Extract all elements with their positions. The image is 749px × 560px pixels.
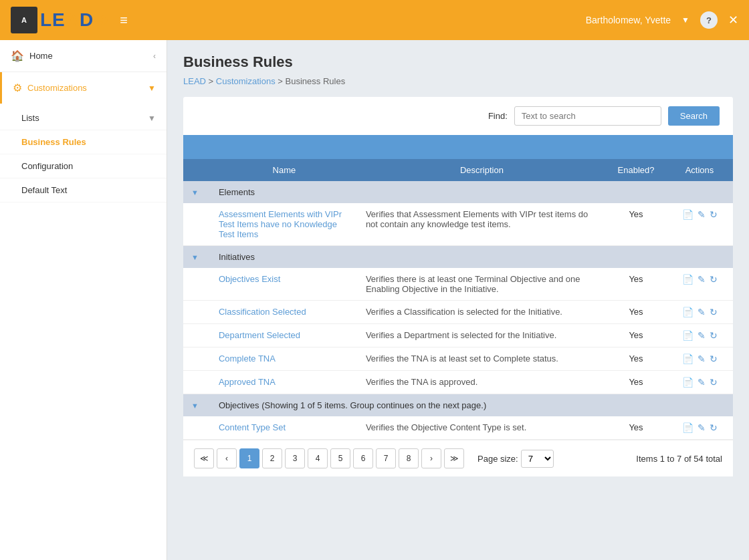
logo-text: LEAD➜ (40, 9, 109, 31)
group-name: Elements (211, 181, 733, 203)
row-actions: 📄 ✎ ↻ (666, 301, 733, 324)
user-name[interactable]: Bartholomew, Yvette (586, 15, 671, 25)
table-row: Complete TNA Verifies the TNA is at leas… (183, 347, 733, 371)
row-enabled: Yes (606, 371, 666, 394)
row-name[interactable]: Classification Selected (211, 301, 358, 324)
edit-icon[interactable]: ✎ (698, 354, 706, 364)
row-name[interactable]: Department Selected (211, 324, 358, 347)
reset-icon[interactable]: ↻ (710, 209, 718, 220)
breadcrumb-customizations[interactable]: Customizations (216, 76, 276, 86)
logo: A LEAD➜ (11, 7, 109, 33)
sidebar-item-configuration[interactable]: Configuration (0, 154, 167, 178)
page-prev-button[interactable]: ‹ (217, 448, 237, 468)
edit-icon[interactable]: ✎ (698, 330, 706, 341)
row-actions: 📄 ✎ ↻ (666, 324, 733, 347)
chevron-left-icon: ‹ (153, 51, 156, 61)
row-indent (183, 301, 211, 324)
edit-icon[interactable]: ✎ (698, 274, 706, 285)
reset-icon[interactable]: ↻ (710, 377, 718, 388)
view-icon[interactable]: 📄 (682, 377, 693, 388)
view-icon[interactable]: 📄 (682, 354, 693, 364)
page-3-button[interactable]: 3 (285, 448, 305, 468)
home-icon: 🏠 (11, 49, 24, 62)
search-button[interactable]: Search (668, 106, 720, 126)
group-arrow-icon[interactable]: ▼ (191, 402, 199, 410)
table-row: Assessment Elements with VIPr Test Items… (183, 203, 733, 246)
view-icon[interactable]: 📄 (682, 422, 693, 433)
search-input[interactable] (514, 106, 661, 126)
page-2-button[interactable]: 2 (262, 448, 282, 468)
col-enabled: Enabled? (606, 159, 666, 181)
reset-icon[interactable]: ↻ (710, 422, 718, 433)
row-description: Verifies the Objective Content Type is s… (358, 416, 606, 440)
sidebar-item-home[interactable]: 🏠 Home ‹ (0, 40, 167, 72)
group-arrow-icon[interactable]: ▼ (191, 188, 199, 196)
main-content: Business Rules LEAD > Customizations > B… (167, 40, 749, 560)
row-name[interactable]: Assessment Elements with VIPr Test Items… (211, 203, 358, 246)
edit-icon[interactable]: ✎ (698, 422, 706, 433)
table-row: Classification Selected Verifies a Class… (183, 301, 733, 324)
help-button[interactable]: ? (700, 11, 718, 29)
row-name[interactable]: Content Type Set (211, 416, 358, 440)
table-row: Content Type Set Verifies the Objective … (183, 416, 733, 440)
view-icon[interactable]: 📄 (682, 274, 693, 285)
edit-icon[interactable]: ✎ (698, 377, 706, 388)
business-rules-table: Name Description Enabled? Actions ▼ Elem… (183, 159, 733, 440)
view-icon[interactable]: 📄 (682, 209, 693, 220)
reset-icon[interactable]: ↻ (710, 274, 718, 285)
row-description: Verifies a Classification is selected fo… (358, 301, 606, 324)
page-last-button[interactable]: ≫ (444, 448, 464, 468)
col-name: Name (211, 159, 358, 181)
page-6-button[interactable]: 6 (353, 448, 373, 468)
breadcrumb-lead[interactable]: LEAD (183, 76, 206, 86)
search-bar: Find: Search (183, 97, 733, 135)
reset-icon[interactable]: ↻ (710, 330, 718, 341)
table-header-bar (183, 135, 733, 159)
row-enabled: Yes (606, 268, 666, 301)
row-indent (183, 203, 211, 246)
reset-icon[interactable]: ↻ (710, 307, 718, 317)
row-enabled: Yes (606, 416, 666, 440)
row-actions: 📄 ✎ ↻ (666, 268, 733, 301)
row-description: Verifies that Assessment Elements with V… (358, 203, 606, 246)
table-container: Name Description Enabled? Actions ▼ Elem… (183, 135, 733, 476)
row-actions: 📄 ✎ ↻ (666, 203, 733, 246)
edit-icon[interactable]: ✎ (698, 307, 706, 317)
page-4-button[interactable]: 4 (308, 448, 328, 468)
row-name[interactable]: Approved TNA (211, 371, 358, 394)
row-name[interactable]: Objectives Exist (211, 268, 358, 301)
row-indent (183, 268, 211, 301)
view-icon[interactable]: 📄 (682, 330, 693, 341)
page-5-button[interactable]: 5 (330, 448, 350, 468)
sidebar-item-lists[interactable]: Lists ▼ (0, 106, 167, 130)
group-arrow-icon[interactable]: ▼ (191, 253, 199, 261)
sidebar-item-default-text[interactable]: Default Text (0, 178, 167, 202)
row-name[interactable]: Complete TNA (211, 347, 358, 371)
hamburger-icon[interactable]: ≡ (120, 13, 128, 28)
user-dropdown-icon[interactable]: ▼ (681, 15, 689, 25)
header-right: Bartholomew, Yvette ▼ ? ✕ (586, 11, 738, 29)
sidebar: 🏠 Home ‹ ⚙ Customizations ▼ Lists ▼ Busi… (0, 40, 167, 560)
header: A LEAD➜ ≡ Bartholomew, Yvette ▼ ? ✕ (0, 0, 749, 40)
page-size-select[interactable]: 5 7 10 25 50 (521, 450, 554, 468)
row-enabled: Yes (606, 203, 666, 246)
page-1-button[interactable]: 1 (239, 448, 259, 468)
sidebar-item-customizations[interactable]: ⚙ Customizations ▼ (0, 72, 167, 104)
edit-icon[interactable]: ✎ (698, 209, 706, 220)
page-first-button[interactable]: ≪ (194, 448, 214, 468)
chevron-down-icon-lists: ▼ (148, 114, 156, 123)
reset-icon[interactable]: ↻ (710, 354, 718, 364)
find-label: Find: (488, 111, 508, 121)
row-indent (183, 371, 211, 394)
view-icon[interactable]: 📄 (682, 307, 693, 317)
close-icon[interactable]: ✕ (728, 13, 738, 27)
sidebar-item-business-rules[interactable]: Business Rules (0, 130, 167, 154)
page-8-button[interactable]: 8 (399, 448, 419, 468)
page-next-button[interactable]: › (421, 448, 441, 468)
page-7-button[interactable]: 7 (376, 448, 396, 468)
page-info: Items 1 to 7 of 54 total (636, 454, 722, 464)
breadcrumb-sep1: > (209, 76, 216, 86)
page-size-label: Page size: (477, 454, 518, 464)
col-description: Description (358, 159, 606, 181)
row-indent (183, 347, 211, 371)
